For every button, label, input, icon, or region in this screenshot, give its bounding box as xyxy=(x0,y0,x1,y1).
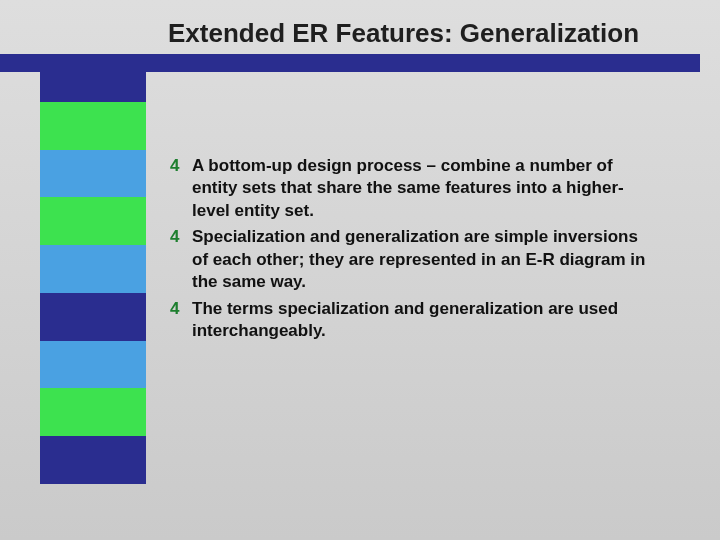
bullet-rest: Specialization and generalization are si… xyxy=(192,227,645,291)
slide-title: Extended ER Features: Generalization xyxy=(168,18,720,49)
sidebar-band xyxy=(40,388,146,436)
bullet-marker-icon: 4 xyxy=(170,226,192,248)
bullet-rest: The terms specialization and generalizat… xyxy=(192,299,618,340)
bullet-marker-icon: 4 xyxy=(170,155,192,177)
bullet-item: 4 The terms specialization and generaliz… xyxy=(170,298,656,343)
bullet-text: A bottom-up design process – combine a n… xyxy=(192,155,656,222)
bullet-item: 4 A bottom-up design process – combine a… xyxy=(170,155,656,222)
content-area: 4 A bottom-up design process – combine a… xyxy=(170,155,656,347)
sidebar-band xyxy=(40,102,146,150)
slide: Extended ER Features: Generalization 4 A… xyxy=(0,0,720,540)
decorative-sidebar xyxy=(40,54,146,484)
sidebar-band xyxy=(40,150,146,198)
sidebar-band xyxy=(40,293,146,341)
sidebar-band xyxy=(40,54,146,102)
sidebar-band xyxy=(40,245,146,293)
bullet-item: 4 Specialization and generalization are … xyxy=(170,226,656,293)
sidebar-band xyxy=(40,197,146,245)
sidebar-band xyxy=(40,341,146,389)
bullet-lead: A bottom-up design process xyxy=(192,156,422,175)
bullet-text: Specialization and generalization are si… xyxy=(192,226,656,293)
sidebar-band xyxy=(40,436,146,484)
bullet-text: The terms specialization and generalizat… xyxy=(192,298,656,343)
bullet-marker-icon: 4 xyxy=(170,298,192,320)
